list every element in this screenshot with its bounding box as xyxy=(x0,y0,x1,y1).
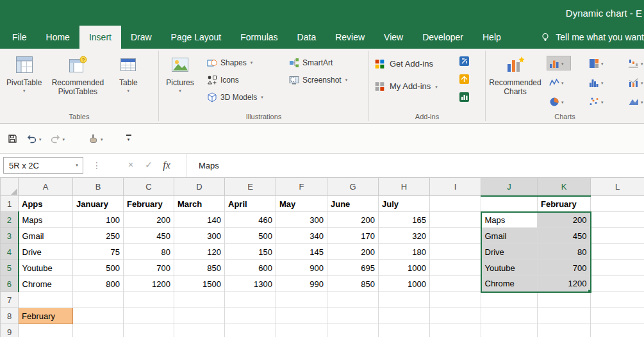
cell-I3[interactable] xyxy=(430,228,481,244)
column-header-H[interactable]: H xyxy=(379,178,430,196)
cell-D4[interactable]: 120 xyxy=(174,244,225,260)
cell-A6[interactable]: Chrome xyxy=(19,276,73,292)
cell-E2[interactable]: 460 xyxy=(225,212,276,228)
column-header-I[interactable]: I xyxy=(430,178,481,196)
cell-D7[interactable] xyxy=(174,292,225,308)
cell-K7[interactable] xyxy=(538,292,591,308)
cell-I7[interactable] xyxy=(430,292,481,308)
pivottable-button[interactable]: PivotTable ▾ xyxy=(3,51,45,111)
column-header-L[interactable]: L xyxy=(591,178,644,196)
cell-G9[interactable] xyxy=(327,324,379,337)
tab-home[interactable]: Home xyxy=(37,26,79,49)
tab-view[interactable]: View xyxy=(374,26,413,49)
cell-H5[interactable]: 1000 xyxy=(379,260,430,276)
cell-A5[interactable]: Youtube xyxy=(19,260,73,276)
cell-I6[interactable] xyxy=(430,276,481,292)
recommended-pivottables-button[interactable]: ? Recommended PivotTables xyxy=(45,51,110,111)
insert-statistic-chart-button[interactable]: ▾ xyxy=(587,76,610,89)
cell-F8[interactable] xyxy=(276,308,327,324)
cell-I1[interactable] xyxy=(430,196,481,212)
tab-file[interactable]: File xyxy=(3,26,37,49)
cell-L3[interactable] xyxy=(591,228,644,244)
cell-D8[interactable] xyxy=(174,308,225,324)
formula-input[interactable]: Maps xyxy=(186,154,644,177)
cell-I5[interactable] xyxy=(430,260,481,276)
cell-B6[interactable]: 800 xyxy=(73,276,124,292)
tab-help[interactable]: Help xyxy=(473,26,511,49)
cell-F1[interactable]: May xyxy=(276,196,327,212)
cell-D9[interactable] xyxy=(174,324,225,337)
row-header-7[interactable]: 7 xyxy=(1,292,19,308)
column-header-G[interactable]: G xyxy=(327,178,379,196)
cell-A9[interactable] xyxy=(19,324,73,337)
insert-scatter-chart-button[interactable]: ▾ xyxy=(587,95,610,108)
cell-J3[interactable]: Gmail xyxy=(481,228,538,244)
smartart-button[interactable]: SmartArt xyxy=(286,54,358,71)
cell-A7[interactable] xyxy=(19,292,73,308)
tab-data[interactable]: Data xyxy=(288,26,326,49)
cell-C6[interactable]: 1200 xyxy=(124,276,174,292)
cell-A4[interactable]: Drive xyxy=(19,244,73,260)
cell-F7[interactable] xyxy=(276,292,327,308)
recommended-charts-button[interactable]: Recommended Charts xyxy=(488,51,542,111)
cell-G6[interactable]: 850 xyxy=(327,276,379,292)
cell-H4[interactable]: 180 xyxy=(379,244,430,260)
insert-surface-chart-button[interactable]: ▾ xyxy=(627,95,644,108)
cell-A2[interactable]: Maps xyxy=(19,212,73,228)
cell-B9[interactable] xyxy=(73,324,124,337)
cell-B2[interactable]: 100 xyxy=(73,212,124,228)
touch-mouse-mode-button[interactable]: ▾ xyxy=(86,131,105,147)
cell-J7[interactable] xyxy=(481,292,538,308)
insert-line-chart-button[interactable]: ▾ xyxy=(547,76,570,89)
customize-quick-access-toolbar-button[interactable]: ▾ xyxy=(124,132,133,145)
cancel-button[interactable]: × xyxy=(122,160,140,171)
cell-K9[interactable] xyxy=(538,324,591,337)
cell-J4[interactable]: Drive xyxy=(481,244,538,260)
cell-E1[interactable]: April xyxy=(225,196,276,212)
row-header-8[interactable]: 8 xyxy=(1,308,19,324)
cell-K5[interactable]: 700 xyxy=(538,260,591,276)
cell-I4[interactable] xyxy=(430,244,481,260)
insert-waterfall-chart-button[interactable]: ▾ xyxy=(627,56,644,70)
tab-insert[interactable]: Insert xyxy=(79,26,121,49)
row-header-2[interactable]: 2 xyxy=(1,212,19,228)
cell-K3[interactable]: 450 xyxy=(538,228,591,244)
cell-J9[interactable] xyxy=(481,324,538,337)
tab-draw[interactable]: Draw xyxy=(121,26,161,49)
row-header-1[interactable]: 1 xyxy=(1,196,19,212)
cell-J2[interactable]: Maps xyxy=(481,212,538,228)
insert-function-button[interactable]: fx xyxy=(158,160,176,171)
cell-E9[interactable] xyxy=(225,324,276,337)
column-header-C[interactable]: C xyxy=(124,178,174,196)
cell-F4[interactable]: 145 xyxy=(276,244,327,260)
cell-C7[interactable] xyxy=(124,292,174,308)
cell-I8[interactable] xyxy=(430,308,481,324)
column-header-D[interactable]: D xyxy=(174,178,225,196)
cell-A1[interactable]: Apps xyxy=(19,196,73,212)
cell-J6[interactable]: Chrome xyxy=(481,276,538,292)
cell-F2[interactable]: 300 xyxy=(276,212,327,228)
cell-K2[interactable]: 200 xyxy=(538,212,591,228)
cell-J8[interactable] xyxy=(481,308,538,324)
insert-combo-chart-button[interactable]: ▾ xyxy=(627,76,644,89)
tab-formulas[interactable]: Formulas xyxy=(231,26,287,49)
cell-G5[interactable]: 695 xyxy=(327,260,379,276)
cell-E4[interactable]: 150 xyxy=(225,244,276,260)
name-box-dropdown-icon[interactable]: ▾ xyxy=(71,163,83,168)
cell-G8[interactable] xyxy=(327,308,379,324)
formula-bar-resize-handle[interactable]: ⋮ xyxy=(88,160,105,170)
cell-B7[interactable] xyxy=(73,292,124,308)
cell-C9[interactable] xyxy=(124,324,174,337)
cell-E6[interactable]: 1300 xyxy=(225,276,276,292)
insert-hierarchy-chart-button[interactable]: ▾ xyxy=(587,56,610,70)
cell-L1[interactable] xyxy=(591,196,644,212)
cell-J1[interactable] xyxy=(481,196,538,212)
cell-E5[interactable]: 600 xyxy=(225,260,276,276)
cell-L6[interactable] xyxy=(591,276,644,292)
cell-D5[interactable]: 850 xyxy=(174,260,225,276)
cell-G2[interactable]: 200 xyxy=(327,212,379,228)
cell-E3[interactable]: 500 xyxy=(225,228,276,244)
cell-H3[interactable]: 320 xyxy=(379,228,430,244)
cell-A8[interactable]: February xyxy=(19,308,73,324)
insert-pie-chart-button[interactable]: ▾ xyxy=(547,95,570,108)
